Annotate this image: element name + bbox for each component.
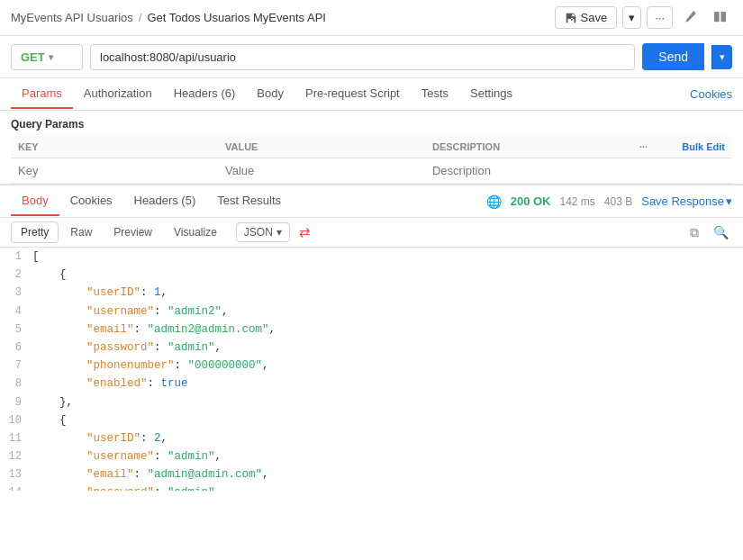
key-input[interactable] bbox=[18, 164, 211, 177]
line-content: "email": "admin2@admin.com", bbox=[32, 321, 743, 339]
pencil-icon bbox=[684, 10, 697, 23]
params-table: KEY VALUE DESCRIPTION ··· Bulk Edit bbox=[11, 136, 732, 184]
line-number: 14 bbox=[0, 483, 32, 491]
method-select[interactable]: GET ▾ bbox=[11, 44, 83, 70]
save-icon bbox=[565, 12, 577, 24]
line-number: 5 bbox=[0, 321, 32, 339]
response-section-header: Body Cookies Headers (5) Test Results 🌐 … bbox=[0, 184, 743, 218]
sort-icon[interactable]: ⇄ bbox=[299, 224, 311, 240]
line-number: 12 bbox=[0, 447, 32, 465]
tab-pre-request[interactable]: Pre-request Script bbox=[294, 79, 411, 109]
line-content: "username": "admin", bbox=[32, 447, 743, 465]
header-actions: Save ▾ ··· bbox=[555, 6, 732, 30]
more-button[interactable]: ··· bbox=[647, 6, 673, 29]
view-button[interactable] bbox=[708, 6, 732, 30]
line-content: "password": "admin", bbox=[32, 339, 743, 357]
line-number: 8 bbox=[0, 375, 32, 393]
save-label: Save bbox=[581, 11, 608, 24]
copy-icon[interactable]: ⧉ bbox=[686, 223, 702, 242]
line-number: 4 bbox=[0, 303, 32, 321]
params-row-empty bbox=[11, 158, 732, 184]
globe-icon: 🌐 bbox=[486, 194, 502, 209]
code-line: 14 "password": "admin", bbox=[0, 483, 743, 491]
code-line: 9 }, bbox=[0, 393, 743, 411]
code-line: 2 { bbox=[0, 266, 743, 284]
line-content: "enabled": true bbox=[32, 375, 743, 393]
save-response-arrow: ▾ bbox=[726, 194, 732, 208]
code-line: 6 "password": "admin", bbox=[0, 339, 743, 357]
save-response-button[interactable]: Save Response ▾ bbox=[641, 194, 732, 208]
tab-params[interactable]: Params bbox=[11, 79, 73, 109]
tab-authorization[interactable]: Authorization bbox=[73, 79, 163, 109]
code-line: 5 "email": "admin2@admin.com", bbox=[0, 321, 743, 339]
save-dropdown-button[interactable]: ▾ bbox=[622, 6, 641, 29]
resp-tab-cookies[interactable]: Cookies bbox=[59, 186, 123, 216]
code-line: 13 "email": "admin@admin.com", bbox=[0, 465, 743, 483]
response-status: 🌐 200 OK 142 ms 403 B Save Response ▾ bbox=[486, 194, 732, 209]
line-number: 1 bbox=[0, 248, 32, 266]
method-label: GET bbox=[21, 50, 45, 64]
method-arrow: ▾ bbox=[49, 52, 53, 62]
col-desc: DESCRIPTION bbox=[425, 136, 632, 158]
fmt-preview-button[interactable]: Preview bbox=[104, 221, 162, 243]
save-button[interactable]: Save bbox=[555, 6, 618, 29]
code-line: 10 { bbox=[0, 411, 743, 429]
tab-headers[interactable]: Headers (6) bbox=[163, 79, 247, 109]
line-content: "email": "admin@admin.com", bbox=[32, 465, 743, 483]
search-icon[interactable]: 🔍 bbox=[710, 223, 732, 242]
send-dropdown-button[interactable]: ▾ bbox=[711, 45, 732, 69]
query-params-title: Query Params bbox=[11, 118, 732, 131]
request-tabs: Params Authorization Headers (6) Body Pr… bbox=[0, 78, 743, 111]
value-input[interactable] bbox=[225, 164, 418, 177]
resp-tab-body[interactable]: Body bbox=[11, 186, 59, 216]
svg-rect-0 bbox=[714, 11, 720, 21]
status-code: 200 OK bbox=[511, 194, 551, 208]
pencil-button[interactable] bbox=[678, 6, 702, 30]
tab-tests[interactable]: Tests bbox=[411, 79, 459, 109]
code-line: 12 "username": "admin", bbox=[0, 447, 743, 465]
code-line: 11 "userID": 2, bbox=[0, 429, 743, 447]
line-number: 2 bbox=[0, 266, 32, 284]
col-dots: ··· bbox=[632, 136, 660, 158]
url-input[interactable] bbox=[90, 44, 635, 70]
line-content: }, bbox=[32, 393, 743, 411]
breadcrumb: MyEvents API Usuarios / Get Todos Usuari… bbox=[11, 11, 326, 24]
response-body: 1[2 {3 "userID": 1,4 "username": "admin2… bbox=[0, 248, 743, 491]
line-content: { bbox=[32, 411, 743, 429]
code-line: 4 "username": "admin2", bbox=[0, 303, 743, 321]
format-select[interactable]: JSON ▾ bbox=[236, 222, 290, 242]
response-time: 142 ms bbox=[560, 195, 595, 208]
line-number: 11 bbox=[0, 429, 32, 447]
line-number: 9 bbox=[0, 393, 32, 411]
col-value: VALUE bbox=[218, 136, 425, 158]
send-button[interactable]: Send bbox=[642, 43, 704, 70]
code-line: 8 "enabled": true bbox=[0, 375, 743, 393]
breadcrumb-parent[interactable]: MyEvents API Usuarios bbox=[11, 11, 133, 24]
desc-input[interactable] bbox=[432, 164, 625, 177]
line-number: 10 bbox=[0, 411, 32, 429]
fmt-visualize-button[interactable]: Visualize bbox=[164, 221, 227, 243]
breadcrumb-current: Get Todos Usuarios MyEvents API bbox=[147, 11, 325, 24]
code-line: 7 "phonenumber": "000000000", bbox=[0, 357, 743, 375]
line-content: "userID": 2, bbox=[32, 429, 743, 447]
fmt-pretty-button[interactable]: Pretty bbox=[11, 221, 59, 243]
fmt-raw-button[interactable]: Raw bbox=[60, 221, 102, 243]
line-content: "password": "admin", bbox=[32, 483, 743, 491]
breadcrumb-sep: / bbox=[139, 11, 142, 24]
format-right-actions: ⧉ 🔍 bbox=[686, 223, 732, 242]
line-content: "phonenumber": "000000000", bbox=[32, 357, 743, 375]
tab-body[interactable]: Body bbox=[246, 79, 294, 109]
line-content: "userID": 1, bbox=[32, 284, 743, 302]
save-response-label: Save Response bbox=[641, 194, 724, 208]
line-content: { bbox=[32, 266, 743, 284]
resp-tab-headers[interactable]: Headers (5) bbox=[123, 186, 207, 216]
cookies-link[interactable]: Cookies bbox=[690, 87, 732, 101]
code-line: 3 "userID": 1, bbox=[0, 284, 743, 302]
format-arrow: ▾ bbox=[276, 226, 282, 239]
app-header: MyEvents API Usuarios / Get Todos Usuari… bbox=[0, 0, 743, 36]
line-number: 7 bbox=[0, 357, 32, 375]
col-bulk-edit[interactable]: Bulk Edit bbox=[660, 136, 732, 158]
tab-settings[interactable]: Settings bbox=[459, 79, 523, 109]
col-key: KEY bbox=[11, 136, 218, 158]
resp-tab-test-results[interactable]: Test Results bbox=[206, 186, 292, 216]
